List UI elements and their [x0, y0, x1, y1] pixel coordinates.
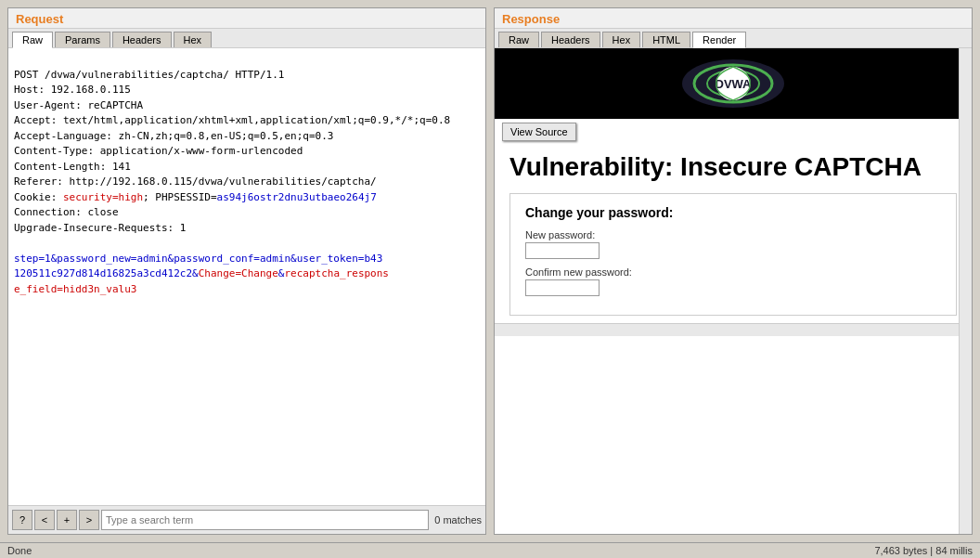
new-password-field: New password: — [525, 229, 941, 266]
request-title: Request — [8, 8, 485, 29]
status-bar: Done 7,463 bytes | 84 millis — [0, 542, 980, 558]
render-bottom-scrollbar[interactable] — [495, 323, 972, 336]
svg-text:DVWA: DVWA — [716, 77, 753, 91]
status-done: Done — [7, 545, 32, 556]
view-source-button[interactable]: View Source — [502, 123, 576, 141]
confirm-password-field: Confirm new password: — [525, 266, 941, 304]
request-line-1: POST /dvwa/vulnerabilities/captcha/ HTTP… — [14, 69, 450, 203]
new-password-input[interactable] — [525, 242, 600, 259]
change-password-box: Change your password: New password: Conf… — [509, 193, 957, 316]
tab-hex-response[interactable]: Hex — [602, 32, 641, 47]
vulnerability-title: Vulnerability: Insecure CAPTCHA — [495, 145, 972, 186]
response-tabs: Raw Headers Hex HTML Render — [495, 29, 972, 48]
dvwa-logo-svg: DVWA — [677, 56, 789, 111]
response-panel: Response Raw Headers Hex HTML Render DVW… — [494, 7, 973, 535]
cookie-security: security=high — [63, 191, 143, 203]
tab-raw-request[interactable]: Raw — [12, 32, 53, 48]
tab-render-response[interactable]: Render — [692, 32, 746, 48]
request-panel: Request Raw Params Headers Hex POST /dvw… — [7, 7, 486, 535]
search-add-button[interactable]: + — [57, 510, 77, 530]
confirm-password-label: Confirm new password: — [525, 266, 941, 278]
tab-html-response[interactable]: HTML — [642, 32, 690, 47]
request-tabs: Raw Params Headers Hex — [8, 29, 485, 48]
dvwa-header: DVWA — [495, 48, 972, 119]
tab-raw-response[interactable]: Raw — [498, 32, 539, 47]
tab-headers-request[interactable]: Headers — [112, 32, 172, 47]
search-help-button[interactable]: ? — [12, 510, 32, 530]
request-line-2: Connection: close Upgrade-Insecure-Reque… — [14, 206, 186, 234]
tab-headers-response[interactable]: Headers — [541, 32, 600, 47]
render-content: DVWA View Source Vulnerability: Insecure… — [495, 48, 972, 534]
confirm-password-input[interactable] — [525, 279, 600, 296]
request-raw-content: POST /dvwa/vulnerabilities/captcha/ HTTP… — [8, 48, 485, 505]
search-next-button[interactable]: > — [79, 510, 99, 530]
new-password-label: New password: — [525, 229, 941, 240]
change-password-title: Change your password: — [525, 205, 941, 220]
search-input[interactable] — [101, 510, 429, 530]
search-prev-button[interactable]: < — [34, 510, 55, 530]
request-search-bar: ? < + > 0 matches — [8, 505, 485, 534]
status-bytes: 7,463 bytes | 84 millis — [874, 545, 973, 556]
tab-hex-request[interactable]: Hex — [174, 32, 213, 47]
request-body: step=1&password_new=admin&password_conf=… — [14, 253, 389, 295]
response-title: Response — [495, 8, 972, 29]
render-scrollbar[interactable] — [959, 48, 972, 534]
cookie-sessid: as94j6ostr2dnu3utbaeo264j7 — [217, 191, 377, 203]
cookie-sep: ; PHPSESSID= — [143, 191, 216, 203]
match-count: 0 matches — [431, 514, 482, 526]
tab-params-request[interactable]: Params — [55, 32, 110, 47]
